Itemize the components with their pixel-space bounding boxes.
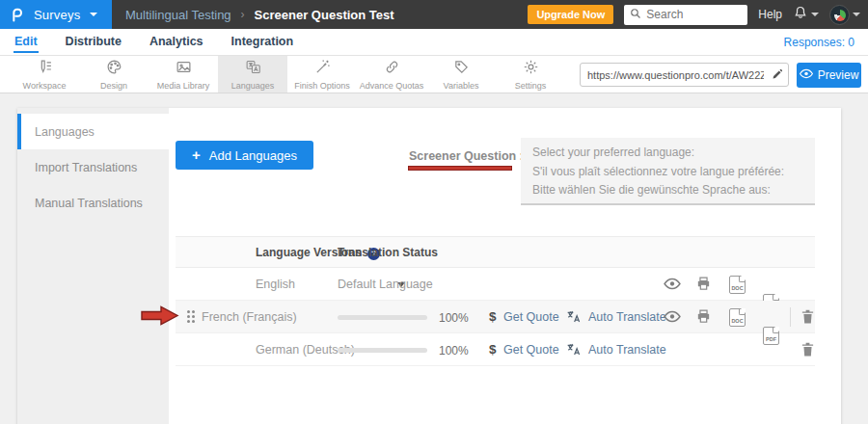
languages-page: Languages Import Translations Manual Tra… [0,93,868,423]
language-select-value[interactable]: English [256,278,295,291]
language-versions-table: Language Versions? Translation Status En… [176,236,815,366]
get-quote-link[interactable]: Get Quote [503,343,559,357]
product-menu-label: Surveys [34,8,80,22]
breadcrumb-survey-name[interactable]: Multilingual Testing [125,8,231,22]
preview-button[interactable]: Preview [797,63,861,88]
translation-progress-bar [338,348,427,353]
nav-tab-edit[interactable]: Edit [14,31,39,53]
dollar-icon[interactable]: $ [489,309,497,324]
eye-icon [800,68,813,82]
search-icon [630,6,641,23]
media-library-icon [176,59,192,79]
sidebar-item-manual-translations[interactable]: Manual Translations [17,185,169,221]
toolbar-item-media-library[interactable]: Media Library [149,56,218,93]
chevron-down-icon [90,13,97,16]
variables-icon [453,59,470,79]
trash-icon[interactable] [800,308,815,328]
table-row-english: English Default Language DOC PDF [176,268,815,301]
screener-line-english: Select your preferred language: [532,144,803,163]
sidebar-item-import-translations[interactable]: Import Translations [17,149,169,185]
global-search [624,5,747,25]
chevron-down-icon [811,13,819,16]
edit-url-button[interactable] [766,64,788,86]
red-underline-annotation [408,166,512,171]
survey-nav-bar: Edit Distribute Analytics Integration Re… [0,29,868,56]
advance-quotas-icon [384,59,400,79]
avatar [829,5,850,25]
language-name: French (Français) [202,310,297,324]
search-input[interactable] [646,8,742,21]
plus-icon: + [192,146,201,163]
languages-main-panel: + Add Languages Screener Question : Sele… [169,108,841,424]
eye-icon[interactable] [664,310,681,326]
nav-tab-distribute[interactable]: Distribute [65,31,122,53]
content-card: Languages Import Translations Manual Tra… [17,108,841,424]
survey-url-field [580,63,789,87]
red-arrow-annotation [141,305,179,330]
breadcrumb: Multilingual Testing › Screener Question… [125,8,394,22]
export-doc-icon[interactable]: DOC [729,308,746,327]
dollar-icon[interactable]: $ [489,342,497,357]
breadcrumb-page-name: Screener Question Test [255,8,394,22]
breadcrumb-separator: › [241,8,245,21]
screener-line-french: S'il vous plaît sélectionnez votre langu… [532,163,803,182]
nav-tab-analytics[interactable]: Analytics [149,31,204,53]
languages-icon [245,59,261,79]
design-icon [106,59,122,79]
notifications-menu[interactable] [793,5,819,25]
help-link[interactable]: Help [758,8,782,21]
edit-toolbar: Workspace Design Media Library Languages… [0,56,868,93]
pencil-icon [772,66,783,84]
table-row-german: German (Deutsch) 100% $ Get Quote Auto T… [176,333,815,366]
default-language-label: Default Language [338,278,433,291]
auto-translate-link[interactable]: Auto Translate [588,343,666,357]
translation-progress-bar [338,315,427,320]
languages-sidebar: Languages Import Translations Manual Tra… [17,108,169,424]
progress-percent: 100% [439,311,469,325]
drag-handle[interactable] [187,310,195,323]
print-icon[interactable] [695,276,712,295]
top-bar: Surveys Multilingual Testing › Screener … [0,0,868,29]
trash-icon[interactable] [800,341,815,360]
toolbar-item-advance-quotas[interactable]: Advance Quotas [357,56,426,93]
toolbar-item-languages[interactable]: Languages [218,56,287,93]
toolbar-item-design[interactable]: Design [79,56,149,93]
toolbar-item-settings[interactable]: Settings [496,56,565,93]
questionpro-logo-icon [10,7,25,23]
toolbar-item-workspace[interactable]: Workspace [10,56,79,93]
survey-url-input[interactable] [581,69,766,81]
divider [790,307,791,327]
settings-icon [523,59,539,79]
screener-question-preview: Select your preferred language: S'il vou… [521,138,815,205]
translate-icon[interactable] [566,342,582,360]
nav-tab-integration[interactable]: Integration [231,31,295,53]
progress-percent: 100% [439,344,469,358]
surveys-product-menu[interactable]: Surveys [0,0,112,29]
responses-count-link[interactable]: Responses: 0 [784,36,854,49]
bell-icon [793,5,808,25]
add-languages-button[interactable]: + Add Languages [176,141,313,170]
table-header-row: Language Versions? Translation Status [176,236,815,268]
column-translation-status: Translation Status [338,246,438,259]
auto-translate-link[interactable]: Auto Translate [588,310,666,324]
workspace-icon [37,59,53,79]
screener-question-label: Screener Question : [409,149,524,163]
table-row-french: French (Français) 100% $ Get Quote Auto … [176,301,815,333]
translate-icon[interactable] [566,309,582,328]
export-doc-icon[interactable]: DOC [729,276,746,294]
account-menu[interactable] [829,5,860,25]
sidebar-item-languages[interactable]: Languages [17,114,169,149]
chevron-down-icon [853,13,860,16]
get-quote-link[interactable]: Get Quote [503,310,559,324]
eye-icon[interactable] [664,278,681,293]
screener-line-german: Bitte wählen Sie die gewünschte Sprache … [532,181,803,200]
upgrade-now-button[interactable]: Upgrade Now [528,5,613,24]
finish-options-icon [314,59,331,79]
print-icon[interactable] [695,308,712,328]
toolbar-item-variables[interactable]: Variables [426,56,496,93]
toolbar-item-finish-options[interactable]: Finish Options [287,56,357,93]
